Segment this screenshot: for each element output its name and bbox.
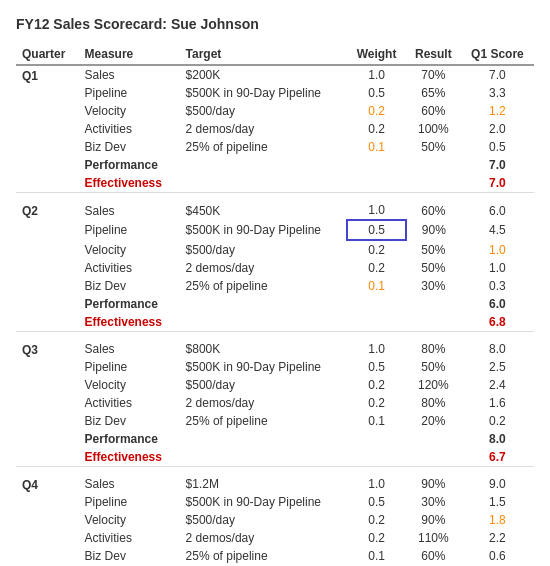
table-row: Q3Sales$800K1.080%8.0 — [16, 340, 534, 358]
effectiveness-label: Effectiveness — [79, 448, 180, 467]
measure-cell: Pipeline — [79, 493, 180, 511]
measure-cell: Velocity — [79, 511, 180, 529]
measure-cell: Velocity — [79, 240, 180, 259]
performance-row: Performance8.0 — [16, 430, 534, 448]
measure-cell: Sales — [79, 340, 180, 358]
weight-cell: 0.5 — [347, 220, 406, 240]
col-score: Q1 Score — [461, 44, 534, 65]
effectiveness-result — [406, 174, 461, 193]
effectiveness-result — [406, 448, 461, 467]
performance-label: Performance — [79, 295, 180, 313]
score-cell: 1.2 — [461, 102, 534, 120]
performance-score: 7.0 — [461, 156, 534, 174]
score-cell: 1.0 — [461, 240, 534, 259]
result-cell: 120% — [406, 376, 461, 394]
performance-row: Performance6.0 — [16, 295, 534, 313]
measure-cell: Activities — [79, 529, 180, 547]
weight-cell: 0.1 — [347, 138, 406, 156]
target-cell: 2 demos/day — [180, 259, 348, 277]
measure-cell: Pipeline — [79, 84, 180, 102]
table-row: Pipeline$500K in 90-Day Pipeline0.550%2.… — [16, 358, 534, 376]
effectiveness-target — [180, 448, 348, 467]
table-row: Pipeline$500K in 90-Day Pipeline0.530%1.… — [16, 493, 534, 511]
weight-cell: 1.0 — [347, 201, 406, 220]
weight-cell: 1.0 — [347, 475, 406, 493]
weight-cell: 0.2 — [347, 259, 406, 277]
performance-weight — [347, 430, 406, 448]
table-row: Biz Dev25% of pipeline0.150%0.5 — [16, 138, 534, 156]
table-row: Activities2 demos/day0.250%1.0 — [16, 259, 534, 277]
performance-target — [180, 295, 348, 313]
weight-cell: 1.0 — [347, 340, 406, 358]
effectiveness-row: Effectiveness7.0 — [16, 174, 534, 193]
table-row: Q2Sales$450K1.060%6.0 — [16, 201, 534, 220]
result-cell: 80% — [406, 394, 461, 412]
weight-cell: 0.5 — [347, 84, 406, 102]
effectiveness-score: 6.7 — [461, 448, 534, 467]
score-cell: 4.5 — [461, 220, 534, 240]
effectiveness-row: Effectiveness6.7 — [16, 448, 534, 467]
performance-label: Performance — [79, 156, 180, 174]
weight-cell: 0.5 — [347, 358, 406, 376]
result-cell: 90% — [406, 475, 461, 493]
weight-cell: 0.1 — [347, 277, 406, 295]
performance-label: Performance — [79, 430, 180, 448]
weight-cell: 0.2 — [347, 529, 406, 547]
table-row: Pipeline$500K in 90-Day Pipeline0.590%4.… — [16, 220, 534, 240]
result-cell: 30% — [406, 277, 461, 295]
target-cell: $450K — [180, 201, 348, 220]
separator-row — [16, 332, 534, 341]
effectiveness-target — [180, 174, 348, 193]
target-cell: $500K in 90-Day Pipeline — [180, 358, 348, 376]
quarter-label: Q4 — [16, 475, 79, 566]
weight-cell: 0.2 — [347, 376, 406, 394]
measure-cell: Activities — [79, 394, 180, 412]
performance-score: 8.0 — [461, 430, 534, 448]
performance-score: 6.0 — [461, 295, 534, 313]
target-cell: 25% of pipeline — [180, 138, 348, 156]
result-cell: 70% — [406, 65, 461, 84]
measure-cell: Velocity — [79, 102, 180, 120]
result-cell: 50% — [406, 138, 461, 156]
table-row: Velocity$500/day0.250%1.0 — [16, 240, 534, 259]
result-cell: 100% — [406, 120, 461, 138]
score-cell: 6.0 — [461, 201, 534, 220]
result-cell: 90% — [406, 511, 461, 529]
separator-row — [16, 193, 534, 202]
table-row: Q4Sales$1.2M1.090%9.0 — [16, 475, 534, 493]
effectiveness-result — [406, 313, 461, 332]
target-cell: 25% of pipeline — [180, 277, 348, 295]
title-prefix: FY12 Sales Scorecard: — [16, 16, 171, 32]
target-cell: $500/day — [180, 511, 348, 529]
effectiveness-weight — [347, 313, 406, 332]
weight-cell: 0.1 — [347, 547, 406, 565]
target-cell: $800K — [180, 340, 348, 358]
quarter-label: Q1 — [16, 65, 79, 193]
scorecard-table: Quarter Measure Target Weight Result Q1 … — [16, 44, 534, 566]
target-cell: $1.2M — [180, 475, 348, 493]
measure-cell: Activities — [79, 120, 180, 138]
effectiveness-target — [180, 313, 348, 332]
measure-cell: Sales — [79, 201, 180, 220]
page-title: FY12 Sales Scorecard: Sue Johnson — [16, 16, 534, 32]
col-measure: Measure — [79, 44, 180, 65]
effectiveness-label: Effectiveness — [79, 174, 180, 193]
table-row: Activities2 demos/day0.280%1.6 — [16, 394, 534, 412]
target-cell: $200K — [180, 65, 348, 84]
col-target: Target — [180, 44, 348, 65]
result-cell: 60% — [406, 102, 461, 120]
table-row: Pipeline$500K in 90-Day Pipeline0.565%3.… — [16, 84, 534, 102]
target-cell: 25% of pipeline — [180, 412, 348, 430]
col-result: Result — [406, 44, 461, 65]
measure-cell: Biz Dev — [79, 277, 180, 295]
score-cell: 2.0 — [461, 120, 534, 138]
score-cell: 3.3 — [461, 84, 534, 102]
effectiveness-label: Effectiveness — [79, 313, 180, 332]
performance-row: Performance7.0 — [16, 156, 534, 174]
col-quarter: Quarter — [16, 44, 79, 65]
target-cell: $500K in 90-Day Pipeline — [180, 220, 348, 240]
score-cell: 2.5 — [461, 358, 534, 376]
weight-cell: 0.2 — [347, 394, 406, 412]
score-cell: 0.5 — [461, 138, 534, 156]
score-cell: 1.8 — [461, 511, 534, 529]
